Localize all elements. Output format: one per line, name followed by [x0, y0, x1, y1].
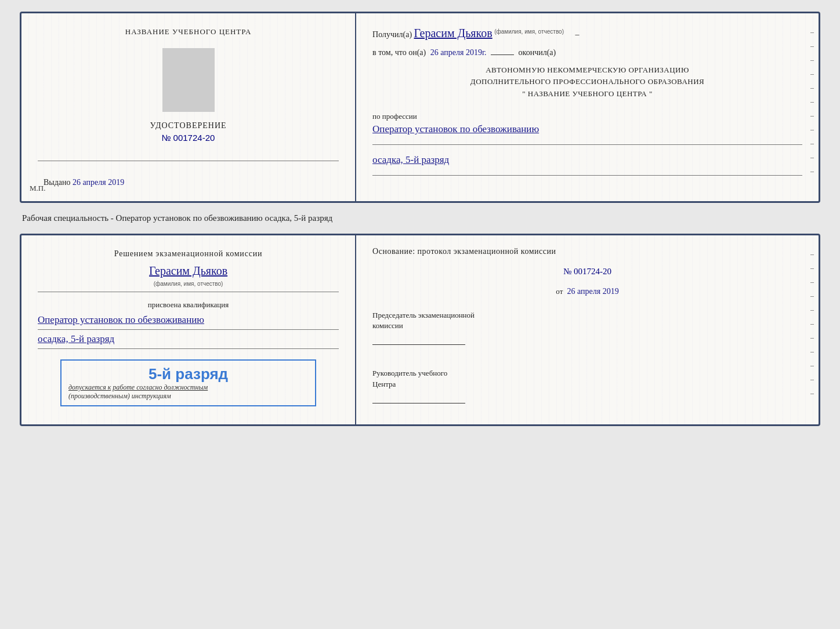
person-block: Герасим Дьяков (фамилия, имя, отчество)	[38, 264, 339, 296]
certificate-card-bottom: Решением экзаменационной комиссии Гераси…	[20, 234, 820, 426]
mp-label: М.П.	[30, 184, 45, 193]
qualification-label: присвоена квалификация	[148, 300, 229, 310]
profession-value2: осадка, 5-й разряд	[372, 154, 449, 166]
annotation-text: Рабочая специальность - Оператор установ…	[20, 212, 820, 224]
cert-right-panel: Получил(а) Герасим Дьяков (фамилия, имя,…	[356, 13, 819, 201]
fio-label-top: (фамилия, имя, отчество)	[494, 28, 564, 35]
cert-bottom-left: Решением экзаменационной комиссии Гераси…	[21, 235, 356, 424]
photo-placeholder	[162, 48, 215, 112]
recipient-name: Герасим Дьяков	[414, 27, 493, 39]
stamp-italic: (производственным) инструкциям	[68, 392, 308, 401]
cert-title: УДОСТОВЕРЕНИЕ	[150, 121, 226, 130]
profession-line2: осадка, 5-й разряд	[372, 154, 802, 166]
protocol-number: № 001724-20	[372, 267, 802, 277]
issued-line: Выдано 26 апреля 2019	[38, 178, 124, 187]
cert-number: № 001724-20	[162, 133, 215, 143]
qualification-block: Оператор установок по обезвоживанию осад…	[38, 312, 339, 352]
decision-label: Решением экзаменационной комиссии	[114, 249, 262, 259]
profession-block: по профессии Оператор установок по обезв…	[372, 110, 802, 135]
profession-value: Оператор установок по обезвоживанию	[372, 123, 802, 135]
stamp-title: 5-й разряд	[68, 365, 308, 383]
director-role: Руководитель учебного Центра	[372, 368, 802, 389]
director-signature-line	[372, 392, 465, 403]
from-date-line: от 26 апреля 2019	[372, 287, 802, 296]
basis-label: Основание: протокол экзаменационной коми…	[372, 247, 802, 256]
from-date-value: 26 апреля 2019	[567, 287, 619, 296]
profession-divider	[372, 144, 802, 145]
certificate-card-top: НАЗВАНИЕ УЧЕБНОГО ЦЕНТРА УДОСТОВЕРЕНИЕ №…	[20, 12, 820, 203]
stamp-subtitle: допускается к работе согласно должностны…	[68, 383, 308, 392]
stamp-box: 5-й разряд допускается к работе согласно…	[60, 359, 316, 406]
org-block: АВТОНОМНУЮ НЕКОММЕРЧЕСКУЮ ОРГАНИЗАЦИЮ ДО…	[372, 64, 802, 100]
fio-label-bottom: (фамилия, имя, отчество)	[154, 281, 223, 287]
cert-bottom-right: Основание: протокол экзаменационной коми…	[356, 235, 819, 424]
issued-prefix: Выдано	[44, 178, 71, 187]
cert-date: 26 апреля 2019г.	[430, 48, 487, 57]
qualification-value2: осадка, 5-й разряд	[38, 333, 339, 345]
chairman-signature-line	[372, 333, 465, 345]
name-divider	[38, 292, 339, 292]
director-section: Руководитель учебного Центра	[372, 368, 802, 412]
qual-divider2	[38, 348, 339, 349]
qualification-value: Оператор установок по обезвоживанию	[38, 314, 339, 326]
divider	[38, 161, 339, 161]
person-name: Герасим Дьяков	[149, 264, 227, 277]
chairman-section: Председатель экзаменационной комиссии	[372, 310, 802, 354]
profession-label: по профессии	[372, 112, 802, 121]
training-center-label: НАЗВАНИЕ УЧЕБНОГО ЦЕНТРА	[125, 27, 251, 37]
cert-fact-line: в том, что он(а) 26 апреля 2019г. окончи…	[372, 47, 802, 59]
cert-left-panel: НАЗВАНИЕ УЧЕБНОГО ЦЕНТРА УДОСТОВЕРЕНИЕ №…	[21, 13, 356, 201]
chairman-role: Председатель экзаменационной комиссии	[372, 310, 802, 331]
issued-date: 26 апреля 2019	[73, 178, 124, 187]
qual-divider1	[38, 329, 339, 330]
recipient-line: Получил(а) Герасим Дьяков (фамилия, имя,…	[372, 25, 802, 41]
profession-divider2	[372, 175, 802, 176]
stamp-underline: работе согласно должностным	[113, 383, 208, 391]
